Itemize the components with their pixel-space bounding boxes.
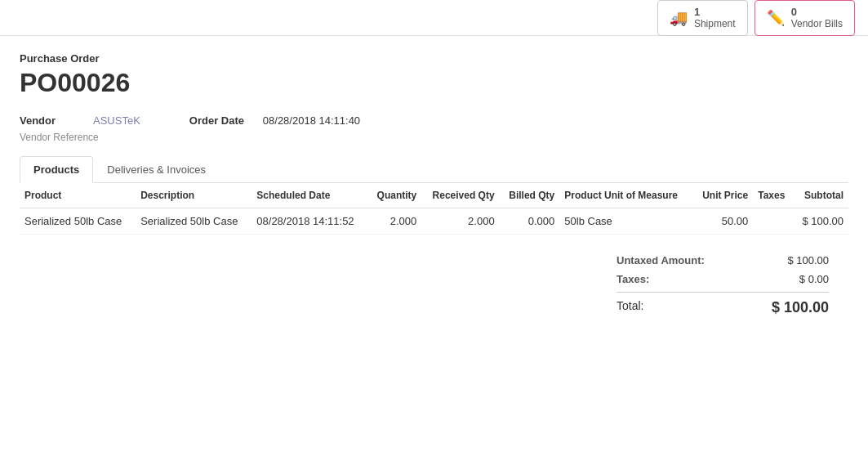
- total-row: Total: $ 100.00: [617, 296, 829, 320]
- col-received-qty: Received Qty: [421, 183, 499, 208]
- tab-deliveries[interactable]: Deliveries & Invoices: [93, 156, 220, 183]
- summary-section: Untaxed Amount: $ 100.00 Taxes: $ 0.00 T…: [20, 251, 848, 320]
- summary-table: Untaxed Amount: $ 100.00 Taxes: $ 0.00 T…: [617, 251, 829, 320]
- col-quantity: Quantity: [368, 183, 422, 208]
- po-number: PO00026: [20, 68, 848, 98]
- edit-icon: ✏️: [767, 9, 785, 27]
- main-content: Purchase Order PO00026 Vendor ASUSTeK Or…: [0, 36, 868, 336]
- info-row: Vendor ASUSTeK Order Date 08/28/2018 14:…: [20, 114, 848, 127]
- cell-taxes: [753, 208, 793, 235]
- cell-description: Serialized 50lb Case: [136, 208, 251, 235]
- col-subtotal: Subtotal: [793, 183, 848, 208]
- col-product: Product: [20, 183, 136, 208]
- order-date-group: Order Date 08/28/2018 14:11:40: [189, 114, 360, 127]
- products-table: Product Description Scheduled Date Quant…: [20, 183, 848, 235]
- col-description: Description: [136, 183, 251, 208]
- taxes-value: $ 0.00: [763, 273, 829, 285]
- cell-unit_of_measure: 50lb Case: [559, 208, 692, 235]
- cell-product: Serialized 50lb Case: [20, 208, 136, 235]
- truck-icon: 🚚: [670, 9, 688, 27]
- col-taxes: Taxes: [753, 183, 793, 208]
- untaxed-amount-value: $ 100.00: [763, 254, 829, 266]
- col-unit-of-measure: Product Unit of Measure: [559, 183, 692, 208]
- col-scheduled-date: Scheduled Date: [251, 183, 367, 208]
- shipment-label: Shipment: [694, 18, 736, 29]
- untaxed-amount-label: Untaxed Amount:: [617, 254, 705, 266]
- cell-scheduled_date: 08/28/2018 14:11:52: [251, 208, 367, 235]
- vendor-bills-count: 0: [791, 6, 797, 19]
- tabs: Products Deliveries & Invoices: [20, 156, 848, 183]
- col-unit-price: Unit Price: [693, 183, 754, 208]
- vendor-label: Vendor: [20, 114, 85, 127]
- untaxed-amount-row: Untaxed Amount: $ 100.00: [617, 251, 829, 270]
- summary-divider: [617, 292, 829, 293]
- shipment-button[interactable]: 🚚 1 Shipment: [657, 0, 748, 36]
- shipment-count: 1: [694, 6, 700, 19]
- table-row: Serialized 50lb CaseSerialized 50lb Case…: [20, 208, 848, 235]
- taxes-label: Taxes:: [617, 273, 649, 285]
- cell-quantity: 2.000: [368, 208, 422, 235]
- tab-products[interactable]: Products: [20, 156, 93, 183]
- order-date-label: Order Date: [189, 114, 255, 127]
- vendor-bills-label: Vendor Bills: [791, 18, 843, 29]
- po-type-label: Purchase Order: [20, 52, 848, 65]
- cell-subtotal: $ 100.00: [793, 208, 848, 235]
- vendor-group: Vendor ASUSTeK: [20, 114, 140, 127]
- total-label: Total:: [617, 299, 643, 316]
- top-bar: 🚚 1 Shipment ✏️ 0 Vendor Bills: [0, 0, 868, 36]
- vendor-bills-button[interactable]: ✏️ 0 Vendor Bills: [754, 0, 855, 36]
- taxes-row: Taxes: $ 0.00: [617, 270, 829, 289]
- table-header-row: Product Description Scheduled Date Quant…: [20, 183, 848, 208]
- vendor-value[interactable]: ASUSTeK: [93, 114, 140, 127]
- cell-unit_price: 50.00: [693, 208, 754, 235]
- col-billed-qty: Billed Qty: [500, 183, 560, 208]
- cell-received_qty: 2.000: [421, 208, 499, 235]
- order-date-value: 08/28/2018 14:11:40: [263, 114, 360, 127]
- total-value: $ 100.00: [772, 299, 829, 316]
- vendor-ref-label: Vendor Reference: [20, 132, 848, 143]
- cell-billed_qty: 0.000: [500, 208, 560, 235]
